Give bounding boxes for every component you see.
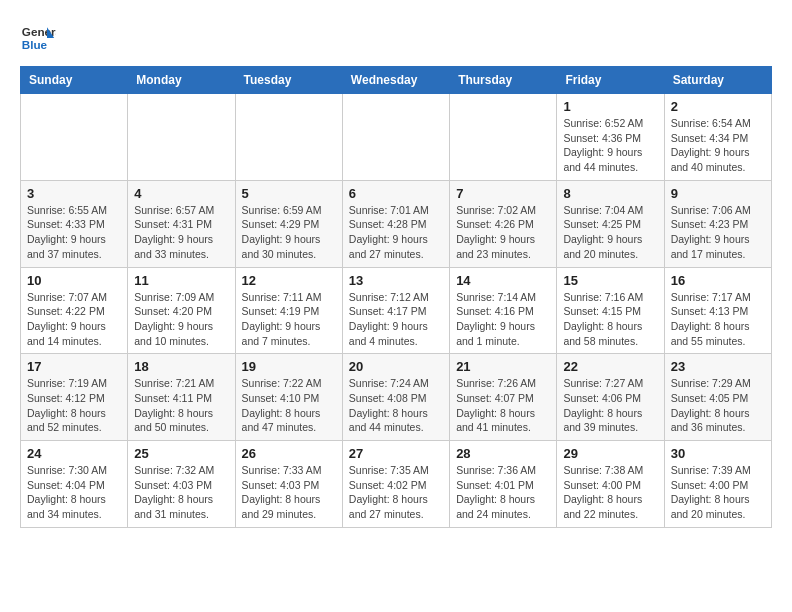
calendar-cell: 13Sunrise: 7:12 AM Sunset: 4:17 PM Dayli…	[342, 267, 449, 354]
day-number: 5	[242, 186, 336, 201]
day-number: 3	[27, 186, 121, 201]
calendar-body: 1Sunrise: 6:52 AM Sunset: 4:36 PM Daylig…	[21, 94, 772, 528]
day-number: 8	[563, 186, 657, 201]
calendar-cell: 3Sunrise: 6:55 AM Sunset: 4:33 PM Daylig…	[21, 180, 128, 267]
calendar-cell: 23Sunrise: 7:29 AM Sunset: 4:05 PM Dayli…	[664, 354, 771, 441]
day-number: 19	[242, 359, 336, 374]
calendar-cell	[128, 94, 235, 181]
day-number: 14	[456, 273, 550, 288]
day-number: 26	[242, 446, 336, 461]
logo-icon: General Blue	[20, 20, 56, 56]
day-detail: Sunrise: 7:01 AM Sunset: 4:28 PM Dayligh…	[349, 203, 443, 262]
day-number: 4	[134, 186, 228, 201]
day-number: 6	[349, 186, 443, 201]
day-detail: Sunrise: 7:35 AM Sunset: 4:02 PM Dayligh…	[349, 463, 443, 522]
day-detail: Sunrise: 7:09 AM Sunset: 4:20 PM Dayligh…	[134, 290, 228, 349]
weekday-header-saturday: Saturday	[664, 67, 771, 94]
weekday-row: SundayMondayTuesdayWednesdayThursdayFrid…	[21, 67, 772, 94]
day-number: 28	[456, 446, 550, 461]
day-number: 13	[349, 273, 443, 288]
calendar-cell: 10Sunrise: 7:07 AM Sunset: 4:22 PM Dayli…	[21, 267, 128, 354]
day-detail: Sunrise: 7:27 AM Sunset: 4:06 PM Dayligh…	[563, 376, 657, 435]
weekday-header-tuesday: Tuesday	[235, 67, 342, 94]
day-detail: Sunrise: 7:38 AM Sunset: 4:00 PM Dayligh…	[563, 463, 657, 522]
calendar-cell: 17Sunrise: 7:19 AM Sunset: 4:12 PM Dayli…	[21, 354, 128, 441]
day-detail: Sunrise: 6:55 AM Sunset: 4:33 PM Dayligh…	[27, 203, 121, 262]
day-detail: Sunrise: 7:19 AM Sunset: 4:12 PM Dayligh…	[27, 376, 121, 435]
calendar-cell: 18Sunrise: 7:21 AM Sunset: 4:11 PM Dayli…	[128, 354, 235, 441]
calendar-cell: 24Sunrise: 7:30 AM Sunset: 4:04 PM Dayli…	[21, 441, 128, 528]
day-number: 23	[671, 359, 765, 374]
day-detail: Sunrise: 7:16 AM Sunset: 4:15 PM Dayligh…	[563, 290, 657, 349]
day-detail: Sunrise: 6:59 AM Sunset: 4:29 PM Dayligh…	[242, 203, 336, 262]
day-detail: Sunrise: 7:06 AM Sunset: 4:23 PM Dayligh…	[671, 203, 765, 262]
calendar-header: SundayMondayTuesdayWednesdayThursdayFrid…	[21, 67, 772, 94]
day-detail: Sunrise: 7:04 AM Sunset: 4:25 PM Dayligh…	[563, 203, 657, 262]
day-detail: Sunrise: 7:11 AM Sunset: 4:19 PM Dayligh…	[242, 290, 336, 349]
day-number: 29	[563, 446, 657, 461]
day-number: 7	[456, 186, 550, 201]
day-detail: Sunrise: 7:32 AM Sunset: 4:03 PM Dayligh…	[134, 463, 228, 522]
svg-text:Blue: Blue	[22, 38, 48, 51]
calendar-cell: 7Sunrise: 7:02 AM Sunset: 4:26 PM Daylig…	[450, 180, 557, 267]
day-number: 10	[27, 273, 121, 288]
day-detail: Sunrise: 7:14 AM Sunset: 4:16 PM Dayligh…	[456, 290, 550, 349]
logo: General Blue	[20, 20, 60, 56]
day-detail: Sunrise: 7:39 AM Sunset: 4:00 PM Dayligh…	[671, 463, 765, 522]
calendar-cell: 11Sunrise: 7:09 AM Sunset: 4:20 PM Dayli…	[128, 267, 235, 354]
weekday-header-friday: Friday	[557, 67, 664, 94]
calendar-week-2: 3Sunrise: 6:55 AM Sunset: 4:33 PM Daylig…	[21, 180, 772, 267]
weekday-header-thursday: Thursday	[450, 67, 557, 94]
calendar-week-3: 10Sunrise: 7:07 AM Sunset: 4:22 PM Dayli…	[21, 267, 772, 354]
day-detail: Sunrise: 7:26 AM Sunset: 4:07 PM Dayligh…	[456, 376, 550, 435]
day-detail: Sunrise: 7:33 AM Sunset: 4:03 PM Dayligh…	[242, 463, 336, 522]
calendar-cell: 30Sunrise: 7:39 AM Sunset: 4:00 PM Dayli…	[664, 441, 771, 528]
calendar-week-1: 1Sunrise: 6:52 AM Sunset: 4:36 PM Daylig…	[21, 94, 772, 181]
day-number: 2	[671, 99, 765, 114]
calendar-cell: 5Sunrise: 6:59 AM Sunset: 4:29 PM Daylig…	[235, 180, 342, 267]
day-detail: Sunrise: 7:30 AM Sunset: 4:04 PM Dayligh…	[27, 463, 121, 522]
calendar-cell: 15Sunrise: 7:16 AM Sunset: 4:15 PM Dayli…	[557, 267, 664, 354]
calendar-cell: 14Sunrise: 7:14 AM Sunset: 4:16 PM Dayli…	[450, 267, 557, 354]
day-detail: Sunrise: 6:57 AM Sunset: 4:31 PM Dayligh…	[134, 203, 228, 262]
day-detail: Sunrise: 7:29 AM Sunset: 4:05 PM Dayligh…	[671, 376, 765, 435]
weekday-header-sunday: Sunday	[21, 67, 128, 94]
weekday-header-monday: Monday	[128, 67, 235, 94]
calendar-cell: 16Sunrise: 7:17 AM Sunset: 4:13 PM Dayli…	[664, 267, 771, 354]
day-number: 15	[563, 273, 657, 288]
day-detail: Sunrise: 6:52 AM Sunset: 4:36 PM Dayligh…	[563, 116, 657, 175]
day-detail: Sunrise: 7:21 AM Sunset: 4:11 PM Dayligh…	[134, 376, 228, 435]
day-detail: Sunrise: 7:24 AM Sunset: 4:08 PM Dayligh…	[349, 376, 443, 435]
calendar-cell	[21, 94, 128, 181]
day-number: 22	[563, 359, 657, 374]
calendar-cell: 6Sunrise: 7:01 AM Sunset: 4:28 PM Daylig…	[342, 180, 449, 267]
calendar-cell: 1Sunrise: 6:52 AM Sunset: 4:36 PM Daylig…	[557, 94, 664, 181]
calendar-cell: 22Sunrise: 7:27 AM Sunset: 4:06 PM Dayli…	[557, 354, 664, 441]
calendar-week-4: 17Sunrise: 7:19 AM Sunset: 4:12 PM Dayli…	[21, 354, 772, 441]
calendar-cell: 2Sunrise: 6:54 AM Sunset: 4:34 PM Daylig…	[664, 94, 771, 181]
calendar-cell	[450, 94, 557, 181]
calendar-cell	[235, 94, 342, 181]
calendar-cell: 20Sunrise: 7:24 AM Sunset: 4:08 PM Dayli…	[342, 354, 449, 441]
page-header: General Blue	[20, 20, 772, 56]
calendar-cell: 25Sunrise: 7:32 AM Sunset: 4:03 PM Dayli…	[128, 441, 235, 528]
day-detail: Sunrise: 7:02 AM Sunset: 4:26 PM Dayligh…	[456, 203, 550, 262]
day-detail: Sunrise: 6:54 AM Sunset: 4:34 PM Dayligh…	[671, 116, 765, 175]
weekday-header-wednesday: Wednesday	[342, 67, 449, 94]
day-number: 18	[134, 359, 228, 374]
day-detail: Sunrise: 7:17 AM Sunset: 4:13 PM Dayligh…	[671, 290, 765, 349]
calendar-cell: 26Sunrise: 7:33 AM Sunset: 4:03 PM Dayli…	[235, 441, 342, 528]
day-number: 9	[671, 186, 765, 201]
calendar-week-5: 24Sunrise: 7:30 AM Sunset: 4:04 PM Dayli…	[21, 441, 772, 528]
day-detail: Sunrise: 7:07 AM Sunset: 4:22 PM Dayligh…	[27, 290, 121, 349]
day-number: 11	[134, 273, 228, 288]
day-number: 24	[27, 446, 121, 461]
calendar-cell: 9Sunrise: 7:06 AM Sunset: 4:23 PM Daylig…	[664, 180, 771, 267]
calendar-cell: 4Sunrise: 6:57 AM Sunset: 4:31 PM Daylig…	[128, 180, 235, 267]
day-number: 1	[563, 99, 657, 114]
calendar-cell	[342, 94, 449, 181]
calendar-cell: 27Sunrise: 7:35 AM Sunset: 4:02 PM Dayli…	[342, 441, 449, 528]
day-number: 27	[349, 446, 443, 461]
calendar-table: SundayMondayTuesdayWednesdayThursdayFrid…	[20, 66, 772, 528]
day-number: 20	[349, 359, 443, 374]
